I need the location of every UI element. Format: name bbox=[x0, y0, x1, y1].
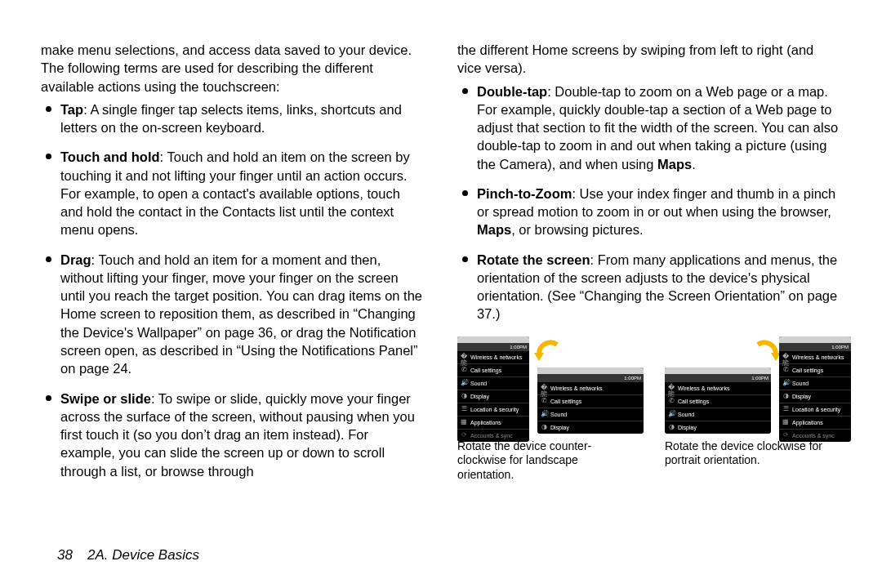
menu-row: ⟳Accounts & sync bbox=[779, 430, 851, 442]
term: Touch and hold bbox=[60, 149, 160, 164]
term: Pinch-to-Zoom bbox=[477, 186, 572, 201]
bullet-pinch-zoom: Pinch-to-Zoom: Use your index finger and… bbox=[457, 185, 841, 239]
right-column: the different Home screens by swiping fr… bbox=[457, 41, 841, 492]
wifi-icon: �態 bbox=[461, 354, 467, 360]
cw-caption: Rotate the device clockwise for portrait… bbox=[665, 439, 841, 468]
term: Swipe or slide bbox=[60, 391, 151, 406]
menu-row: ◑Display bbox=[779, 390, 851, 403]
term: Drag bbox=[60, 252, 91, 267]
apps-icon: ▦ bbox=[782, 419, 789, 425]
accounts-icon: ⟳ bbox=[461, 432, 467, 439]
diagram-ccw: 1:00PM �態Wireless & networks ✆Call setti… bbox=[457, 336, 634, 483]
wifi-icon: �態 bbox=[782, 354, 789, 360]
bullet-swipe: Swipe or slide: To swipe or slide, quick… bbox=[41, 390, 425, 480]
phone-icon: ✆ bbox=[461, 367, 467, 373]
wifi-icon: �態 bbox=[541, 385, 547, 391]
bullet-rotate: Rotate the screen: From many application… bbox=[457, 251, 841, 323]
rotation-diagrams: 1:00PM �態Wireless & networks ✆Call setti… bbox=[457, 336, 841, 483]
sound-icon: 🔊 bbox=[541, 411, 547, 417]
term: Tap bbox=[60, 102, 83, 117]
menu-row: 🔊Sound bbox=[779, 377, 851, 390]
svg-marker-0 bbox=[534, 353, 544, 361]
status-bar bbox=[779, 336, 851, 343]
menu-row: ✆Call settings bbox=[537, 395, 644, 408]
diagram-ccw-area: 1:00PM �態Wireless & networks ✆Call setti… bbox=[457, 336, 634, 434]
sound-icon: 🔊 bbox=[461, 380, 467, 386]
menu-row: 🔊Sound bbox=[537, 408, 644, 421]
menu-row: �態Wireless & networks bbox=[537, 382, 644, 395]
intro-paragraph: make menu selections, and access data sa… bbox=[41, 41, 425, 96]
diagram-cw-area: 1:00PM �態Wireless & networks ✆Call setti… bbox=[665, 336, 841, 434]
apps-icon: ▦ bbox=[461, 419, 467, 425]
menu-row: ✆Call settings bbox=[665, 395, 771, 408]
menu-row: �態Wireless & networks bbox=[457, 351, 529, 364]
bullet-double-tap: Double-tap: Double-tap to zoom on a Web … bbox=[457, 82, 841, 173]
two-column-layout: make menu selections, and access data sa… bbox=[41, 41, 841, 492]
diagram-cw: 1:00PM �態Wireless & networks ✆Call setti… bbox=[665, 336, 841, 483]
bullet-tap: Tap: A single finger tap selects items, … bbox=[41, 100, 425, 137]
menu-row: ✆Call settings bbox=[457, 364, 529, 377]
menu-row: ◑Display bbox=[665, 421, 771, 434]
menu-row: ⟳Accounts & sync bbox=[457, 430, 529, 442]
display-icon: ◑ bbox=[782, 393, 789, 399]
phone-landscape: 1:00PM �態Wireless & networks ✆Call setti… bbox=[665, 368, 771, 434]
gesture-list-right: Double-tap: Double-tap to zoom on a Web … bbox=[457, 82, 841, 323]
manual-page: make menu selections, and access data sa… bbox=[0, 0, 882, 588]
desc: : Touch and hold an item for a moment an… bbox=[60, 252, 422, 376]
menu-row: 🔊Sound bbox=[457, 377, 529, 390]
phone-landscape: 1:00PM �態Wireless & networks ✆Call setti… bbox=[537, 368, 644, 434]
time-bar: 1:00PM bbox=[537, 374, 644, 382]
ccw-caption: Rotate the device counter-clockwise for … bbox=[457, 439, 634, 483]
ccw-arrow-icon bbox=[532, 338, 562, 368]
menu-row: 🔊Sound bbox=[665, 408, 771, 421]
time-bar: 1:00PM bbox=[665, 374, 771, 382]
phone-portrait: 1:00PM �態Wireless & networks ✆Call setti… bbox=[779, 336, 851, 442]
sound-icon: 🔊 bbox=[782, 380, 789, 386]
desc-post: . bbox=[692, 157, 696, 172]
page-footer: 382A. Device Basics bbox=[57, 547, 199, 564]
menu-row: �態Wireless & networks bbox=[779, 351, 851, 364]
menu-row: ◑Display bbox=[457, 390, 529, 403]
menu-row: ☰Location & security bbox=[779, 403, 851, 416]
term: Double-tap bbox=[477, 84, 547, 99]
section-title: 2A. Device Basics bbox=[87, 547, 199, 563]
display-icon: ◑ bbox=[668, 424, 675, 430]
location-icon: ☰ bbox=[782, 406, 789, 412]
menu-row: ▦Applications bbox=[457, 416, 529, 430]
desc: : A single finger tap selects items, lin… bbox=[60, 102, 402, 135]
inline-bold: Maps bbox=[477, 222, 511, 237]
sound-icon: 🔊 bbox=[668, 411, 675, 417]
gesture-list-left: Tap: A single finger tap selects items, … bbox=[41, 100, 425, 480]
term: Rotate the screen bbox=[477, 252, 590, 267]
time-bar: 1:00PM bbox=[457, 343, 529, 351]
time-bar: 1:00PM bbox=[779, 343, 851, 351]
bullet-touch-hold: Touch and hold: Touch and hold an item o… bbox=[41, 148, 425, 238]
menu-row: ☰Location & security bbox=[457, 403, 529, 416]
page-number: 38 bbox=[57, 547, 73, 563]
status-bar bbox=[665, 368, 771, 374]
menu-row: ▦Applications bbox=[779, 416, 851, 430]
phone-icon: ✆ bbox=[541, 398, 547, 404]
wifi-icon: �態 bbox=[668, 385, 675, 391]
accounts-icon: ⟳ bbox=[782, 432, 789, 439]
phone-icon: ✆ bbox=[782, 367, 789, 373]
phone-icon: ✆ bbox=[668, 398, 675, 404]
location-icon: ☰ bbox=[461, 406, 467, 412]
phone-portrait: 1:00PM �態Wireless & networks ✆Call setti… bbox=[457, 336, 529, 442]
status-bar bbox=[537, 368, 644, 374]
inline-bold: Maps bbox=[657, 157, 692, 172]
status-bar bbox=[457, 336, 529, 343]
swipe-tail: the different Home screens by swiping fr… bbox=[457, 41, 841, 78]
display-icon: ◑ bbox=[541, 424, 547, 430]
menu-row: ✆Call settings bbox=[779, 364, 851, 377]
menu-row: �態Wireless & networks bbox=[665, 382, 771, 395]
left-column: make menu selections, and access data sa… bbox=[41, 41, 425, 492]
desc-post: , or browsing pictures. bbox=[511, 222, 643, 237]
bullet-drag: Drag: Touch and hold an item for a momen… bbox=[41, 251, 425, 378]
display-icon: ◑ bbox=[461, 393, 467, 399]
cw-arrow-icon bbox=[753, 338, 782, 368]
menu-row: ◑Display bbox=[537, 421, 644, 434]
